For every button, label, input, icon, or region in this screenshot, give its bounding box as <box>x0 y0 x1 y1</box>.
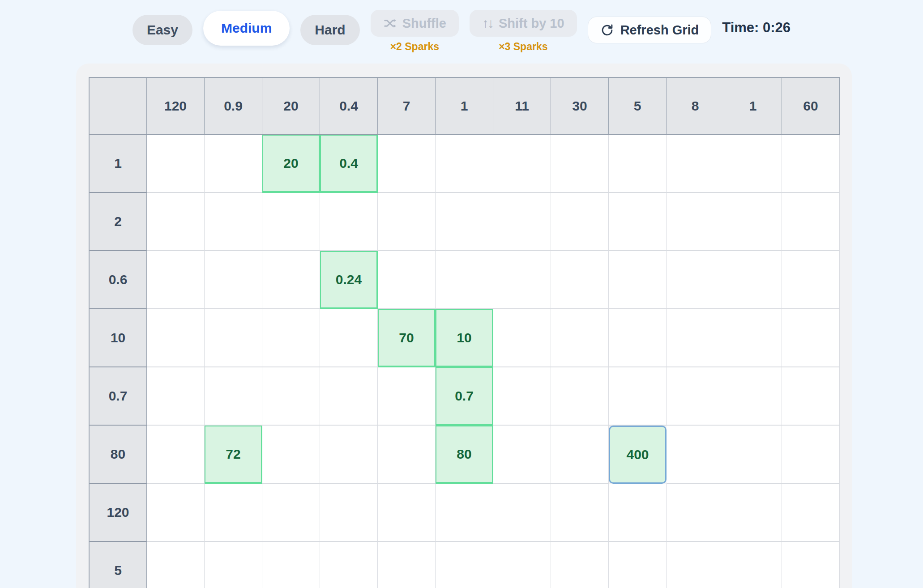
grid-cell[interactable] <box>205 484 262 542</box>
grid-cell[interactable] <box>493 193 551 251</box>
grid-cell[interactable] <box>551 135 609 193</box>
grid-cell[interactable] <box>782 309 840 367</box>
grid-cell[interactable] <box>205 135 262 193</box>
grid-cell[interactable] <box>609 367 667 426</box>
filled-cell[interactable]: 72 <box>205 426 262 484</box>
grid-cell[interactable] <box>205 251 262 309</box>
grid-cell[interactable] <box>667 367 724 426</box>
grid-cell[interactable] <box>724 193 782 251</box>
grid-cell[interactable] <box>724 309 782 367</box>
grid-cell[interactable] <box>782 193 840 251</box>
grid-cell[interactable] <box>147 193 205 251</box>
grid-cell[interactable] <box>493 484 551 542</box>
difficulty-medium-button[interactable]: Medium <box>203 11 290 46</box>
grid-cell[interactable] <box>667 135 724 193</box>
grid-cell[interactable] <box>551 367 609 426</box>
filled-cell[interactable]: 10 <box>436 309 493 367</box>
shift-by-10-button[interactable]: ↑↓ Shift by 10 <box>470 10 577 37</box>
filled-cell[interactable]: 0.24 <box>320 251 378 309</box>
grid-cell[interactable] <box>551 426 609 484</box>
grid-cell[interactable] <box>724 542 782 588</box>
difficulty-easy-button[interactable]: Easy <box>132 15 192 45</box>
grid-cell[interactable] <box>782 484 840 542</box>
grid-cell[interactable] <box>436 135 493 193</box>
grid-cell[interactable] <box>262 251 320 309</box>
filled-cell[interactable]: 0.7 <box>436 367 493 426</box>
grid-cell[interactable] <box>667 484 724 542</box>
grid-cell[interactable] <box>609 309 667 367</box>
grid-cell[interactable] <box>147 251 205 309</box>
grid-cell[interactable] <box>320 309 378 367</box>
filled-cell[interactable]: 20 <box>262 135 320 193</box>
grid-cell[interactable] <box>493 251 551 309</box>
grid-cell[interactable] <box>782 426 840 484</box>
grid-cell[interactable] <box>205 542 262 588</box>
grid-cell[interactable] <box>493 309 551 367</box>
grid-cell[interactable] <box>493 542 551 588</box>
grid-cell[interactable] <box>378 367 436 426</box>
grid-cell[interactable] <box>205 309 262 367</box>
refresh-grid-button[interactable]: Refresh Grid <box>588 17 712 43</box>
grid-cell[interactable] <box>262 193 320 251</box>
grid-cell[interactable] <box>609 542 667 588</box>
grid-cell[interactable] <box>320 367 378 426</box>
grid-cell[interactable] <box>205 367 262 426</box>
grid-cell[interactable] <box>205 193 262 251</box>
grid-cell[interactable] <box>609 193 667 251</box>
grid-cell[interactable] <box>609 484 667 542</box>
grid-cell[interactable] <box>609 251 667 309</box>
grid-cell[interactable] <box>320 193 378 251</box>
grid-cell[interactable] <box>551 193 609 251</box>
grid-cell[interactable] <box>378 135 436 193</box>
grid-cell[interactable] <box>147 426 205 484</box>
grid-cell[interactable] <box>782 251 840 309</box>
grid-cell[interactable] <box>436 542 493 588</box>
filled-cell[interactable]: 80 <box>436 426 493 484</box>
filled-cell[interactable]: 0.4 <box>320 135 378 193</box>
grid-cell[interactable] <box>436 484 493 542</box>
grid-cell[interactable] <box>147 367 205 426</box>
grid-cell[interactable] <box>667 251 724 309</box>
grid-cell[interactable] <box>378 426 436 484</box>
grid-cell[interactable] <box>436 251 493 309</box>
grid-cell[interactable] <box>493 367 551 426</box>
difficulty-hard-button[interactable]: Hard <box>300 15 359 45</box>
grid-cell[interactable] <box>378 484 436 542</box>
grid-cell[interactable] <box>493 135 551 193</box>
grid-cell[interactable] <box>262 426 320 484</box>
grid-cell[interactable] <box>551 542 609 588</box>
grid-cell[interactable] <box>147 135 205 193</box>
grid-cell[interactable] <box>782 135 840 193</box>
grid-cell[interactable] <box>667 309 724 367</box>
grid-cell[interactable] <box>782 367 840 426</box>
grid-cell[interactable] <box>378 542 436 588</box>
grid-cell[interactable] <box>262 309 320 367</box>
grid-cell[interactable] <box>147 542 205 588</box>
grid-cell[interactable] <box>782 542 840 588</box>
grid-cell[interactable] <box>320 542 378 588</box>
grid-cell[interactable] <box>551 251 609 309</box>
filled-cell[interactable]: 70 <box>378 309 436 367</box>
grid-cell[interactable] <box>436 193 493 251</box>
grid-cell[interactable] <box>262 542 320 588</box>
grid-cell[interactable] <box>667 542 724 588</box>
grid-cell[interactable] <box>262 484 320 542</box>
grid-cell[interactable] <box>262 367 320 426</box>
grid-cell[interactable] <box>724 367 782 426</box>
shuffle-button[interactable]: Shuffle <box>371 10 459 37</box>
grid-cell[interactable] <box>493 426 551 484</box>
grid-cell[interactable] <box>551 309 609 367</box>
grid-cell[interactable] <box>724 426 782 484</box>
grid-cell[interactable] <box>724 251 782 309</box>
grid-cell[interactable] <box>378 251 436 309</box>
selected-cell[interactable]: 400 <box>609 426 667 484</box>
grid-cell[interactable] <box>667 426 724 484</box>
grid-cell[interactable] <box>724 484 782 542</box>
grid-cell[interactable] <box>320 426 378 484</box>
grid-cell[interactable] <box>724 135 782 193</box>
grid-cell[interactable] <box>320 484 378 542</box>
grid-cell[interactable] <box>551 484 609 542</box>
grid-cell[interactable] <box>609 135 667 193</box>
grid-cell[interactable] <box>667 193 724 251</box>
grid-cell[interactable] <box>147 484 205 542</box>
